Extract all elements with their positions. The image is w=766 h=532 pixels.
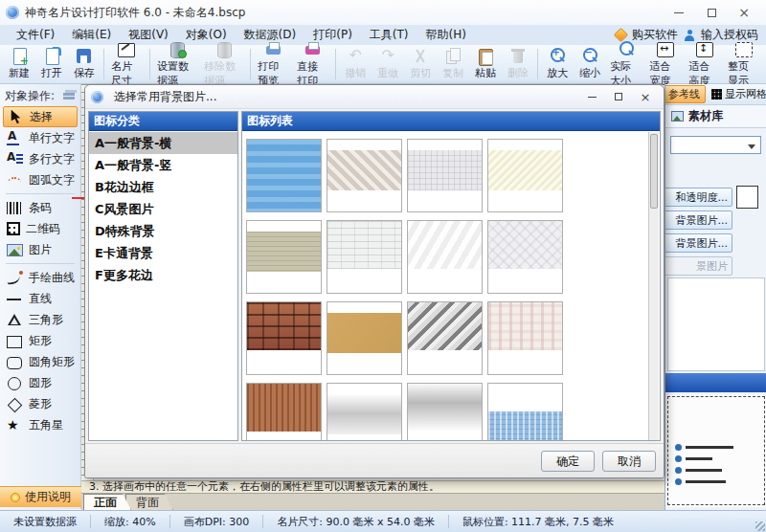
toolbar-fit-width[interactable]: ↔适合宽度 — [645, 46, 685, 82]
category-item[interactable]: B花边边框 — [89, 176, 237, 198]
white-damask-texture — [488, 221, 562, 269]
menu-item[interactable]: 帮助(H) — [417, 28, 475, 41]
background-thumbnail-red-stone-brick[interactable] — [246, 301, 322, 375]
toolbar-copy: 复制 — [437, 46, 469, 82]
background-thumbnail-beige-marble[interactable] — [327, 139, 402, 212]
tool-barcode[interactable]: 条码 — [0, 197, 80, 218]
beige-marble-texture — [327, 150, 401, 190]
background-select-dropdown[interactable] — [670, 136, 761, 154]
background-thumbnail-olive-paper[interactable] — [246, 220, 322, 294]
tool-label: 菱形 — [29, 396, 52, 412]
category-item[interactable]: E卡通背景 — [89, 242, 237, 264]
tool-label: 手绘曲线 — [29, 270, 75, 286]
show-guides-button[interactable]: 参考线 — [665, 85, 706, 103]
toolbar-label: 保存 — [74, 66, 95, 80]
gray-maze-texture — [408, 150, 482, 190]
dialog-maximize-button[interactable] — [606, 89, 631, 105]
page-tab-正面[interactable]: 正面 — [83, 494, 131, 510]
toolbar-save[interactable]: 保存 — [68, 46, 101, 82]
bulb-icon — [11, 493, 20, 502]
maximize-button[interactable] — [695, 3, 728, 22]
background-picker-dialog: 选择常用背景图片... × 图标分类 A一般背景-横A一般背景-竖B花边边框C风… — [84, 84, 665, 478]
menu-item[interactable]: 文件(F) — [8, 28, 63, 41]
toolbar-fit-height[interactable]: ↕适合高度 — [685, 46, 724, 82]
background-thumbnail-silver-gradient-2[interactable] — [407, 383, 483, 440]
tool-rounded-rect[interactable]: 圆角矩形 — [0, 351, 80, 372]
category-item[interactable]: A一般背景-竖 — [89, 154, 237, 176]
page-tab-背面[interactable]: 背面 — [125, 494, 173, 510]
category-item[interactable]: C风景图片 — [89, 198, 237, 220]
tool-label: 圆角矩形 — [29, 354, 75, 370]
menu-item[interactable]: 视图(V) — [120, 28, 177, 41]
tool-image[interactable]: 图片 — [0, 239, 80, 260]
toolbar-zoom-in[interactable]: +放大 — [541, 46, 574, 82]
menu-item[interactable]: 对象(O) — [177, 28, 236, 41]
background-thumbnail-metal-diagonal[interactable] — [407, 301, 483, 375]
category-item[interactable]: D特殊背景 — [89, 220, 237, 242]
tool-arc-text[interactable]: 圆弧文字 — [0, 169, 80, 190]
toolbar-label: 删除 — [507, 66, 529, 80]
toolbar-new-doc[interactable]: 新建 — [3, 46, 35, 82]
category-item[interactable]: F更多花边 — [89, 264, 237, 286]
background-thumbnail-tan-solid[interactable] — [327, 301, 402, 375]
background-thumbnail-blue-dotted[interactable] — [487, 383, 563, 440]
panel-button-2[interactable]: 背景图片... — [665, 233, 732, 253]
ok-button[interactable]: 确定 — [541, 451, 595, 472]
background-color-swatch[interactable] — [736, 186, 758, 209]
tool-rect[interactable]: 矩形 — [0, 330, 80, 351]
tool-star[interactable]: ★五角星 — [0, 414, 80, 435]
grid-icon — [711, 89, 722, 100]
panel-button-1[interactable]: 背景图片... — [665, 211, 732, 230]
toolbar-fit-page[interactable]: 整页显示 — [724, 46, 763, 82]
menu-item[interactable]: 工具(T) — [361, 28, 417, 41]
background-thumbnail-pale-yellow-paper[interactable] — [487, 139, 563, 212]
scrollbar-thumb[interactable] — [650, 134, 658, 209]
tool-triangle[interactable]: 三角形 — [0, 309, 80, 330]
tool-circle[interactable]: 圆形 — [0, 372, 80, 393]
tool-diamond[interactable]: 菱形 — [0, 393, 80, 414]
tool-curve[interactable]: 手绘曲线 — [0, 267, 80, 288]
tool-qrcode[interactable]: 二维码 — [0, 218, 80, 239]
background-thumbnail-white-brick[interactable] — [327, 220, 402, 294]
icon-list-scrollbar[interactable] — [648, 132, 659, 440]
tab-material-library[interactable]: 素材库 — [665, 105, 766, 128]
toolbar-open-doc[interactable]: 打开 — [35, 46, 68, 82]
panel-button-0[interactable]: 和透明度... — [665, 188, 732, 207]
tool-label: 圆形 — [29, 375, 52, 391]
toolbar-print-preview[interactable]: 打印预览 — [254, 46, 293, 82]
card-contact-row — [675, 478, 726, 485]
tool-multi-text[interactable]: 多行文字 — [0, 148, 80, 169]
background-thumbnail-silver-gradient[interactable] — [327, 383, 402, 440]
toolbar-print[interactable]: 直接打印 — [293, 46, 332, 82]
menu-item[interactable]: 打印(P) — [304, 28, 361, 41]
toolbar-zoom-actual[interactable]: 实际大小 — [606, 46, 645, 82]
background-thumbnail-gray-maze[interactable] — [407, 139, 483, 212]
toolbar-card-size[interactable]: 名片尺寸 — [107, 46, 146, 82]
background-thumbnail-white-soft[interactable] — [407, 220, 483, 294]
category-item[interactable]: A一般背景-横 — [89, 132, 237, 154]
close-button[interactable]: × — [728, 3, 760, 22]
menu-item[interactable]: 数据源(D) — [236, 28, 305, 41]
dialog-footer: 确定 取消 — [85, 443, 664, 477]
menu-item[interactable]: 编辑(E) — [63, 28, 120, 41]
card-contact-row — [675, 444, 733, 451]
cancel-button[interactable]: 取消 — [602, 451, 656, 472]
tool-label: 选择 — [30, 109, 53, 125]
card-canvas-preview[interactable] — [665, 394, 766, 507]
toolbar-paste[interactable]: 粘贴 — [469, 46, 502, 82]
dialog-close-button[interactable]: × — [633, 89, 658, 105]
help-button[interactable]: 使用说明 — [0, 486, 81, 507]
background-thumbnail-wood-grain[interactable] — [246, 383, 322, 440]
show-grid-button[interactable]: 显示网格 — [725, 87, 766, 101]
toolbar-zoom-out[interactable]: −缩小 — [574, 46, 606, 82]
tool-cursor[interactable]: 选择 — [3, 106, 78, 127]
resize-grip[interactable] — [755, 521, 765, 531]
background-thumbnail-pink-floral[interactable] — [487, 301, 563, 375]
background-thumbnail-blue-watercolor[interactable] — [246, 139, 322, 212]
dialog-minimize-button[interactable] — [579, 89, 604, 105]
toolbar-db-set[interactable]: 设置数据源 — [153, 46, 200, 82]
minimize-button[interactable] — [663, 3, 695, 22]
tool-single-text[interactable]: 单行文字 — [0, 127, 80, 148]
background-thumbnail-white-damask[interactable] — [487, 220, 563, 294]
tool-line[interactable]: 直线 — [0, 288, 80, 309]
